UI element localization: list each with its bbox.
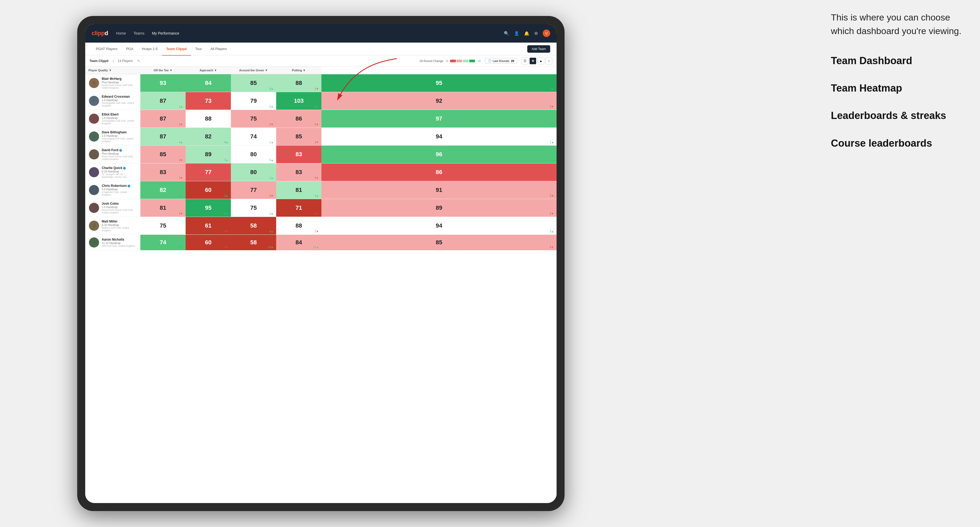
table-row[interactable]: C Charlie Quick 6-10 Handicap St. George… xyxy=(85,163,557,181)
player-club: Sunningdale Golf Club, United Kingdom xyxy=(102,102,137,107)
metric-value: 94 xyxy=(436,222,442,229)
settings-icon[interactable]: ⚙ xyxy=(534,31,538,36)
metric-putting: 97 5▲ xyxy=(321,110,557,128)
metric-value: 84 xyxy=(205,79,212,86)
calendar-icon: 🕑 xyxy=(488,59,492,62)
metric-value: 75 xyxy=(160,222,166,229)
metric-value: 91 xyxy=(436,187,442,193)
table-row[interactable]: D David Ford Plus Handicap Royal North D… xyxy=(85,146,557,163)
metric-change: 5▲ xyxy=(550,123,554,126)
metric-player-quality: 75 xyxy=(140,217,186,235)
table-row[interactable]: D Dave Billingham 1-5 Handicap Gog Magog… xyxy=(85,128,557,146)
player-cell: J Josh Coles 1-5 Handicap Royal North De… xyxy=(85,199,140,217)
tab-hcaps[interactable]: Hcaps 1-5 xyxy=(138,43,162,56)
metric-change: 6▼ xyxy=(315,176,319,179)
player-name: Elliot Ebert xyxy=(102,113,137,116)
user-avatar[interactable]: U xyxy=(543,30,550,37)
table-row[interactable]: C Chris Robertson 1-5 Handicap Craigmill… xyxy=(85,181,557,199)
table-row[interactable]: E Elliot Ebert 1-5 Handicap Sunningdale … xyxy=(85,110,557,128)
nav-home[interactable]: Home xyxy=(116,31,126,35)
edit-team-icon[interactable]: ✎ xyxy=(137,59,140,63)
metric-change: 4▼ xyxy=(550,246,554,249)
app-logo[interactable]: clippd xyxy=(92,30,108,37)
metric-off-tee: 84 6▲ xyxy=(186,74,231,92)
metric-value: 93 xyxy=(160,79,166,86)
metric-player-quality: 87 3▼ xyxy=(140,110,186,128)
option-team-heatmap: Team Heatmap xyxy=(831,81,969,95)
metric-change: 3▲ xyxy=(550,230,554,233)
metric-change: 1▼ xyxy=(224,246,228,249)
tab-all-players[interactable]: All Players xyxy=(206,43,231,56)
tab-pgat-players[interactable]: PGAT Players xyxy=(92,43,122,56)
bell-icon[interactable]: 🔔 xyxy=(524,31,530,36)
heat-view-button[interactable]: ▲ xyxy=(538,57,544,64)
table-row[interactable]: A Aaron Nicholls 11-15 Handicap Drift Go… xyxy=(85,235,557,251)
metric-player-quality: 82 3▲ xyxy=(140,181,186,199)
metric-value: 87 xyxy=(160,97,166,104)
nav-teams[interactable]: Teams xyxy=(134,31,144,35)
metric-change: 11▼ xyxy=(223,105,228,108)
grid-small-view-button[interactable]: ☷ xyxy=(522,57,528,64)
metric-off-tee: 88 xyxy=(186,110,231,128)
metric-player-quality: 87 1▲ xyxy=(140,92,186,110)
grid-large-view-button[interactable]: ☸ xyxy=(530,57,536,64)
metric-value: 86 xyxy=(436,169,442,175)
annotation-arrow xyxy=(328,56,402,104)
add-team-button[interactable]: Add Team xyxy=(527,45,550,53)
player-avatar: D xyxy=(89,149,99,159)
table-controls: Team Clippd | 14 Players ✎ 20 Round Chan… xyxy=(85,56,557,67)
sort-view-button[interactable]: ↕ xyxy=(546,57,552,64)
player-handicap: 11-15 Handicap xyxy=(102,242,135,244)
player-name: Chris Robertson xyxy=(102,184,137,187)
col-header-player[interactable]: Player Quality ▼ xyxy=(85,67,140,74)
player-cell: B Blair McHarg Plus Handicap Royal North… xyxy=(85,74,140,92)
metric-change: 4▲ xyxy=(224,141,228,144)
annotation-intro: This is where you can choose which dashb… xyxy=(831,11,969,38)
metric-value: 75 xyxy=(250,115,257,122)
last-rounds-button[interactable]: 🕑 Last Rounds: 20 xyxy=(485,58,517,63)
table-row[interactable]: M Matt Miller 6-10 Handicap Woburn Golf … xyxy=(85,217,557,235)
tab-team-clippd[interactable]: Team Clippd xyxy=(162,43,191,56)
metric-player-quality: 87 4▲ xyxy=(140,128,186,146)
tab-tour[interactable]: Tour xyxy=(191,43,206,56)
table-row[interactable]: E Edward Crossman 1-5 Handicap Sunningda… xyxy=(85,92,557,110)
metric-around-green: 84 21▲ xyxy=(276,235,321,251)
data-table-area: Player Quality ▼ Off the Tee ▼ Approach … xyxy=(85,67,557,503)
metric-change: 3▼ xyxy=(179,176,183,179)
metric-change: 3▼ xyxy=(224,230,228,233)
col-header-approach[interactable]: Approach ▼ xyxy=(186,67,231,74)
col-header-around-green[interactable]: Around the Green ▼ xyxy=(231,67,276,74)
search-icon[interactable]: 🔍 xyxy=(504,31,509,36)
nav-my-performance[interactable]: My Performance xyxy=(152,31,179,35)
metric-change: 3▼ xyxy=(179,123,183,126)
tab-pga[interactable]: PGA xyxy=(122,43,137,56)
metric-change: 3▼ xyxy=(179,159,183,162)
metric-player-quality: 83 3▼ xyxy=(140,163,186,181)
col-header-putting[interactable]: Putting ▼ xyxy=(276,67,321,74)
player-handicap: Plus Handicap xyxy=(102,81,137,84)
metric-value: 71 xyxy=(296,205,302,211)
table-row[interactable]: J Josh Coles 1-5 Handicap Royal North De… xyxy=(85,199,557,217)
metric-change: 9▲ xyxy=(550,87,554,90)
option-team-dashboard: Team Dashboard xyxy=(831,54,969,68)
col-header-off-tee[interactable]: Off the Tee ▼ xyxy=(140,67,186,74)
person-icon[interactable]: 👤 xyxy=(514,31,519,36)
metric-change: 1▲ xyxy=(269,176,274,179)
metric-value: 88 xyxy=(205,115,212,122)
metric-putting: 91 3▼ xyxy=(321,181,557,199)
dashboard-options-list: Team Dashboard Team Heatmap Leaderboards… xyxy=(831,54,969,151)
table-row[interactable]: B Blair McHarg Plus Handicap Royal North… xyxy=(85,74,557,92)
metric-approach: 58 4▲ xyxy=(231,217,276,235)
metric-putting: 89 2▼ xyxy=(321,199,557,217)
metric-value: 87 xyxy=(160,115,166,122)
metric-around-green: 83 10▼ xyxy=(276,146,321,163)
navbar: clippd Home Teams My Performance 🔍 👤 🔔 ⚙… xyxy=(85,24,557,43)
metric-change: 1▲ xyxy=(550,141,554,144)
metric-putting: 85 4▼ xyxy=(321,235,557,251)
player-club: Woburn Golf Club, United Kingdom xyxy=(102,227,137,232)
metric-off-tee: 73 11▼ xyxy=(186,92,231,110)
metric-value: 95 xyxy=(436,79,442,86)
metric-approach: 75 2▲ xyxy=(231,199,276,217)
players-table: Player Quality ▼ Off the Tee ▼ Approach … xyxy=(85,67,557,251)
metric-value: 87 xyxy=(160,133,166,140)
